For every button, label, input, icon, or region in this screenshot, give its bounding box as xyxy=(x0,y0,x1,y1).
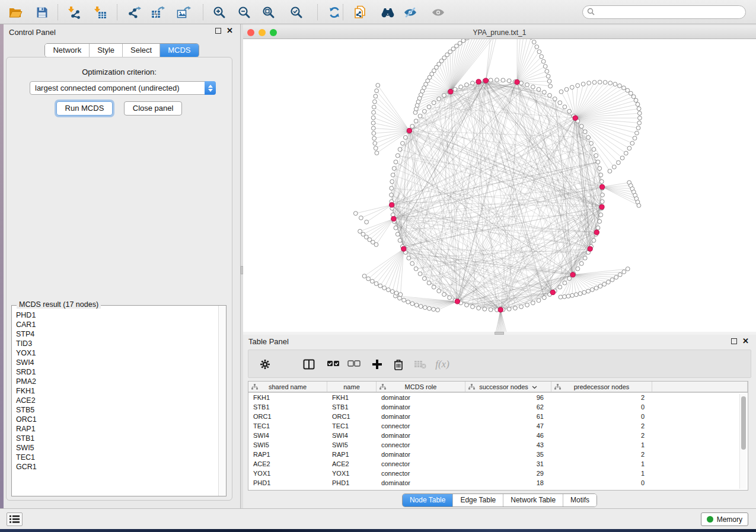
cell: connector xyxy=(377,421,465,431)
table-row[interactable]: FKH1FKH1dominator962 xyxy=(248,393,748,402)
result-node[interactable]: SWI4 xyxy=(16,358,218,367)
result-node[interactable]: TID3 xyxy=(16,339,218,348)
delete-column-icon[interactable] xyxy=(413,357,428,371)
result-node[interactable]: CAR1 xyxy=(16,320,218,329)
function-icon: f(x) xyxy=(435,357,449,371)
network-title-bar[interactable]: YPA_prune.txt_1 xyxy=(243,26,756,39)
cell: dominator xyxy=(377,431,465,440)
result-node[interactable]: ACE2 xyxy=(16,396,218,405)
close-window-icon[interactable] xyxy=(247,29,254,36)
result-node[interactable]: GCR1 xyxy=(16,462,218,472)
table-row[interactable]: YOX1YOX1connector291 xyxy=(248,469,748,478)
close-panel-icon[interactable]: ✕ xyxy=(742,338,749,344)
table-row[interactable]: SWI4SWI4dominator462 xyxy=(248,431,748,440)
binoculars-icon[interactable] xyxy=(380,5,395,20)
tab-select[interactable]: Select xyxy=(122,44,160,57)
task-history-button[interactable] xyxy=(7,512,23,526)
import-table-icon[interactable] xyxy=(92,5,108,20)
tab-network-table[interactable]: Network Table xyxy=(503,494,563,507)
tab-network[interactable]: Network xyxy=(45,44,89,57)
export-image-icon[interactable] xyxy=(176,5,192,20)
result-node[interactable]: ORC1 xyxy=(16,415,218,424)
result-node[interactable]: RAP1 xyxy=(16,424,218,434)
result-node[interactable]: FKH1 xyxy=(16,386,218,396)
toolbar-separator xyxy=(117,4,117,20)
minimize-window-icon[interactable] xyxy=(259,29,266,36)
deselect-all-icon[interactable] xyxy=(347,357,361,371)
column-header-shared-name[interactable]: shared name xyxy=(248,382,327,392)
table-row[interactable]: TEC1TEC1connector472 xyxy=(248,421,748,431)
table-row[interactable]: SWI5SWI5connector431 xyxy=(248,440,748,450)
add-icon[interactable] xyxy=(370,357,384,371)
main-toolbar xyxy=(0,0,756,24)
export-table-icon[interactable] xyxy=(151,5,166,20)
scrollbar-thumb[interactable] xyxy=(741,396,746,450)
run-mcds-button[interactable]: Run MCDS xyxy=(56,101,113,116)
column-header-MCDS-role[interactable]: MCDS role xyxy=(377,382,465,392)
tab-style[interactable]: Style xyxy=(89,44,122,57)
result-node[interactable]: YOX1 xyxy=(16,348,218,358)
cell: 29 xyxy=(465,469,551,478)
result-node[interactable]: TEC1 xyxy=(16,453,218,462)
hierarchy-icon xyxy=(379,384,386,391)
table-row[interactable]: RAP1RAP1dominator352 xyxy=(248,450,748,459)
float-panel-icon[interactable] xyxy=(215,28,221,34)
zoom-selected-icon[interactable] xyxy=(289,5,304,20)
control-panel: Control Panel ✕ NetworkStyleSelectMCDS O… xyxy=(4,24,240,508)
import-network-icon[interactable] xyxy=(66,5,82,20)
table-scrollbar[interactable] xyxy=(739,394,747,489)
result-scrollbar[interactable] xyxy=(218,306,226,496)
result-node[interactable]: STB5 xyxy=(16,405,218,415)
search-input[interactable] xyxy=(595,7,745,17)
criterion-dropdown[interactable]: largest connected component (undirected) xyxy=(30,81,216,95)
list-icon xyxy=(9,515,20,524)
tab-node-table[interactable]: Node Table xyxy=(403,494,453,507)
column-manager-icon[interactable] xyxy=(302,357,316,371)
hide-eye-icon[interactable] xyxy=(403,5,418,20)
zoom-out-icon[interactable] xyxy=(237,5,252,20)
table-toolbar: f(x) xyxy=(248,350,751,378)
result-node[interactable]: SWI5 xyxy=(16,443,218,453)
cell: dominator xyxy=(377,393,465,402)
tab-mcds[interactable]: MCDS xyxy=(160,44,198,57)
table-header-row: shared namenameMCDS rolesuccessor nodesp… xyxy=(248,382,748,393)
table-row[interactable]: STB1STB1dominator620 xyxy=(248,402,748,412)
column-header-successor-nodes[interactable]: successor nodes xyxy=(465,382,551,392)
zoom-in-icon[interactable] xyxy=(212,5,227,20)
result-node[interactable]: PMA2 xyxy=(16,377,218,386)
optimization-criterion-label: Optimization criterion: xyxy=(7,68,232,76)
zoom-fit-icon[interactable] xyxy=(261,5,276,20)
table-row[interactable]: PHD1PHD1dominator180 xyxy=(248,478,748,488)
select-all-icon[interactable] xyxy=(326,357,340,371)
table-row[interactable]: ORC1ORC1dominator610 xyxy=(248,412,748,421)
cell: STB1 xyxy=(248,402,327,412)
cell: TEC1 xyxy=(248,421,327,431)
float-panel-icon[interactable] xyxy=(731,338,737,344)
export-network-icon[interactable] xyxy=(127,5,142,20)
memory-button[interactable]: Memory xyxy=(701,512,748,526)
network-canvas[interactable] xyxy=(243,39,756,332)
maximize-window-icon[interactable] xyxy=(270,29,277,36)
close-panel-icon[interactable]: ✕ xyxy=(227,28,233,34)
gear-icon[interactable] xyxy=(258,357,272,371)
result-node[interactable]: PHD1 xyxy=(16,310,218,320)
result-node[interactable]: STP4 xyxy=(16,329,218,339)
tab-edge-table[interactable]: Edge Table xyxy=(452,494,503,507)
tab-motifs[interactable]: Motifs xyxy=(563,494,596,507)
cell: dominator xyxy=(377,450,465,459)
show-eye-icon[interactable] xyxy=(430,5,446,20)
open-folder-icon[interactable] xyxy=(8,5,23,20)
result-node[interactable]: STB1 xyxy=(16,434,218,443)
cell: STB1 xyxy=(327,402,377,412)
save-icon[interactable] xyxy=(34,5,50,20)
result-node[interactable]: SRD1 xyxy=(16,367,218,377)
copy-network-icon[interactable] xyxy=(353,5,368,20)
close-panel-button[interactable]: Close panel xyxy=(124,101,183,116)
column-header-predecessor-nodes[interactable]: predecessor nodes xyxy=(551,382,652,392)
table-row[interactable]: ACE2ACE2connector311 xyxy=(248,459,748,469)
toolbar-separator xyxy=(317,4,318,20)
toolbar-separator xyxy=(343,4,343,20)
refresh-icon[interactable] xyxy=(327,5,342,20)
trash-icon[interactable] xyxy=(391,357,406,371)
column-header-name[interactable]: name xyxy=(327,382,377,392)
